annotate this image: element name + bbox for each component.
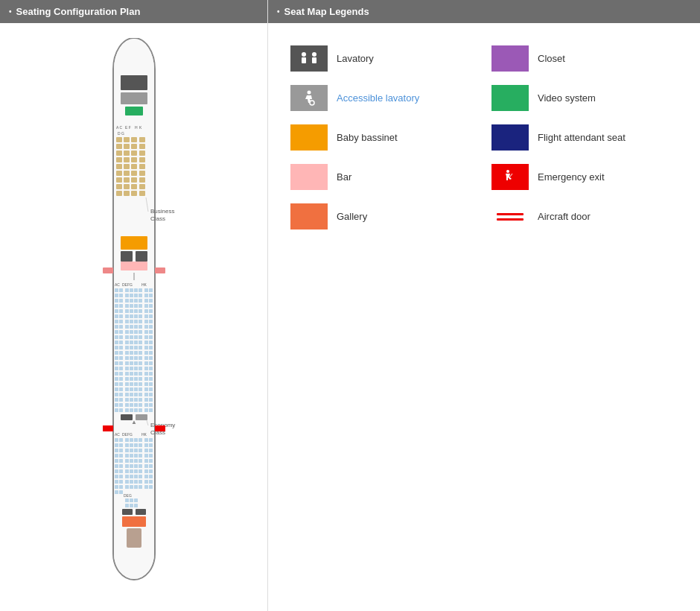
svg-rect-320	[134, 469, 138, 473]
svg-rect-134	[125, 330, 129, 334]
svg-rect-317	[119, 469, 123, 473]
aircraft-door-icon	[491, 203, 529, 229]
svg-rect-187	[149, 361, 153, 365]
svg-text:DEG: DEG	[124, 493, 132, 498]
svg-text:AC: AC	[115, 282, 120, 287]
svg-rect-240	[134, 398, 138, 402]
svg-rect-79	[130, 294, 133, 297]
svg-rect-246	[125, 403, 129, 407]
svg-rect-228	[115, 393, 118, 396]
svg-rect-164	[115, 351, 118, 355]
accessible-label: Accessible lavatory	[337, 92, 419, 104]
svg-rect-71	[130, 288, 133, 292]
svg-point-368	[506, 170, 509, 173]
svg-rect-59	[136, 251, 147, 262]
svg-rect-204	[115, 377, 118, 381]
legend-grid: Lavatory Closet	[290, 45, 678, 229]
svg-rect-344	[134, 485, 138, 489]
svg-rect-349	[119, 490, 123, 494]
svg-rect-326	[125, 475, 129, 478]
svg-rect-193	[139, 367, 142, 370]
svg-rect-334	[125, 480, 129, 484]
svg-rect-360	[127, 528, 141, 548]
svg-rect-112	[134, 314, 138, 318]
svg-rect-298	[144, 454, 148, 458]
svg-rect-10	[121, 75, 147, 90]
svg-rect-259	[149, 408, 153, 412]
svg-rect-274	[144, 438, 148, 442]
svg-rect-25	[139, 144, 145, 149]
svg-rect-311	[130, 464, 133, 468]
svg-text:Class: Class	[150, 215, 165, 222]
svg-rect-179	[149, 356, 153, 360]
svg-rect-319	[130, 469, 133, 473]
svg-point-363	[312, 52, 316, 57]
svg-rect-116	[115, 320, 118, 323]
bar-label: Bar	[337, 171, 351, 183]
svg-text:HK: HK	[141, 432, 147, 437]
svg-rect-322	[144, 469, 148, 473]
gallery-label: Gallery	[337, 211, 367, 222]
svg-rect-329	[139, 475, 142, 478]
svg-rect-115	[149, 314, 153, 318]
bassinet-icon	[290, 124, 328, 151]
svg-rect-11	[121, 92, 147, 104]
svg-rect-12	[125, 107, 143, 115]
svg-rect-129	[139, 325, 142, 329]
svg-rect-236	[115, 398, 118, 402]
svg-rect-191	[130, 367, 133, 370]
right-panel-header: • Seat Map Legends	[268, 0, 700, 23]
svg-rect-324	[115, 475, 118, 478]
svg-rect-279	[130, 443, 133, 447]
svg-rect-34	[116, 164, 122, 169]
svg-rect-302	[125, 459, 129, 463]
svg-rect-96	[134, 304, 138, 308]
svg-rect-261	[136, 414, 147, 420]
svg-rect-32	[131, 157, 137, 162]
svg-rect-309	[119, 464, 123, 468]
svg-rect-99	[149, 304, 153, 308]
svg-rect-341	[119, 485, 123, 489]
svg-rect-104	[134, 309, 138, 313]
svg-rect-160	[134, 346, 138, 349]
svg-rect-347	[149, 485, 153, 489]
svg-rect-69	[119, 288, 123, 292]
svg-rect-226	[144, 387, 148, 391]
svg-rect-46	[116, 184, 122, 189]
svg-rect-245	[119, 403, 123, 407]
closet-icon	[491, 45, 529, 72]
svg-rect-264	[155, 425, 165, 431]
svg-rect-300	[115, 459, 118, 463]
svg-rect-122	[144, 320, 148, 323]
svg-rect-120	[134, 320, 138, 323]
svg-rect-154	[144, 341, 148, 344]
svg-rect-285	[119, 449, 123, 452]
svg-rect-151	[130, 341, 133, 344]
svg-rect-88	[134, 299, 138, 303]
svg-rect-35	[124, 164, 130, 169]
svg-rect-276	[115, 443, 118, 447]
svg-rect-130	[144, 325, 148, 329]
svg-rect-133	[119, 330, 123, 334]
svg-rect-40	[131, 171, 137, 176]
svg-rect-114	[144, 314, 148, 318]
svg-rect-117	[119, 320, 123, 323]
svg-point-365	[308, 90, 311, 94]
svg-rect-178	[144, 356, 148, 360]
svg-rect-268	[115, 438, 118, 442]
svg-rect-359	[122, 516, 146, 527]
svg-rect-214	[125, 382, 129, 386]
svg-rect-125	[119, 325, 123, 329]
closet-label: Closet	[538, 53, 565, 64]
svg-rect-126	[125, 325, 129, 329]
svg-rect-102	[125, 309, 129, 313]
svg-rect-51	[124, 191, 130, 196]
right-panel: • Seat Map Legends Lavatory	[268, 0, 700, 611]
svg-rect-172	[115, 356, 118, 360]
svg-rect-84	[115, 299, 118, 303]
svg-rect-94	[125, 304, 129, 308]
svg-rect-337	[139, 480, 142, 484]
svg-rect-239	[130, 398, 133, 402]
svg-rect-328	[134, 475, 138, 478]
svg-text:E F: E F	[125, 125, 131, 130]
